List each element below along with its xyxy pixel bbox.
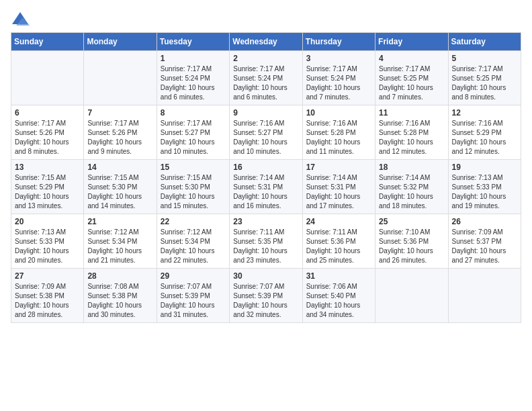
day-number: 12: [452, 108, 517, 118]
day-number: 1: [161, 54, 226, 63]
calendar-cell: 28Sunrise: 7:08 AM Sunset: 5:38 PM Dayli…: [84, 269, 157, 323]
day-number: 26: [452, 217, 517, 226]
day-info: Sunrise: 7:14 AM Sunset: 5:31 PM Dayligh…: [233, 173, 298, 211]
day-info: Sunrise: 7:17 AM Sunset: 5:26 PM Dayligh…: [15, 119, 80, 156]
day-number: 3: [306, 54, 371, 63]
calendar-cell: [375, 269, 448, 323]
calendar-cell: 25Sunrise: 7:10 AM Sunset: 5:36 PM Dayli…: [375, 214, 448, 269]
calendar-cell: 18Sunrise: 7:14 AM Sunset: 5:32 PM Dayli…: [375, 160, 448, 214]
calendar-cell: 6Sunrise: 7:17 AM Sunset: 5:26 PM Daylig…: [11, 105, 84, 160]
calendar-table: SundayMondayTuesdayWednesdayThursdayFrid…: [11, 32, 521, 323]
calendar-cell: 10Sunrise: 7:16 AM Sunset: 5:28 PM Dayli…: [302, 105, 375, 160]
day-info: Sunrise: 7:13 AM Sunset: 5:33 PM Dayligh…: [452, 173, 517, 211]
calendar-cell: 20Sunrise: 7:13 AM Sunset: 5:33 PM Dayli…: [11, 214, 84, 269]
day-info: Sunrise: 7:07 AM Sunset: 5:39 PM Dayligh…: [161, 282, 226, 320]
day-info: Sunrise: 7:16 AM Sunset: 5:28 PM Dayligh…: [306, 119, 371, 156]
day-number: 2: [233, 54, 298, 63]
day-number: 20: [15, 217, 80, 226]
calendar-cell: 31Sunrise: 7:06 AM Sunset: 5:40 PM Dayli…: [302, 269, 375, 323]
calendar-cell: 26Sunrise: 7:09 AM Sunset: 5:37 PM Dayli…: [448, 214, 521, 269]
calendar-cell: 11Sunrise: 7:16 AM Sunset: 5:28 PM Dayli…: [375, 105, 448, 160]
calendar-cell: 3Sunrise: 7:17 AM Sunset: 5:24 PM Daylig…: [302, 51, 375, 105]
day-number: 6: [15, 108, 80, 118]
weekday-header-sunday: Sunday: [11, 33, 84, 51]
day-number: 16: [233, 163, 298, 172]
page-header: [11, 11, 521, 27]
weekday-header-friday: Friday: [375, 33, 448, 51]
day-number: 18: [379, 163, 444, 172]
calendar-cell: 14Sunrise: 7:15 AM Sunset: 5:30 PM Dayli…: [84, 160, 157, 214]
calendar-cell: 13Sunrise: 7:15 AM Sunset: 5:29 PM Dayli…: [11, 160, 84, 214]
day-info: Sunrise: 7:16 AM Sunset: 5:29 PM Dayligh…: [452, 119, 517, 156]
day-info: Sunrise: 7:17 AM Sunset: 5:24 PM Dayligh…: [161, 64, 226, 102]
weekday-header-monday: Monday: [84, 33, 157, 51]
day-number: 30: [233, 271, 298, 281]
day-number: 10: [306, 108, 371, 118]
day-info: Sunrise: 7:12 AM Sunset: 5:34 PM Dayligh…: [87, 228, 152, 265]
day-number: 24: [306, 217, 371, 226]
day-number: 4: [379, 54, 444, 63]
weekday-header-wednesday: Wednesday: [230, 33, 302, 51]
day-info: Sunrise: 7:17 AM Sunset: 5:26 PM Dayligh…: [87, 119, 152, 156]
day-info: Sunrise: 7:13 AM Sunset: 5:33 PM Dayligh…: [15, 228, 80, 265]
calendar-cell: 9Sunrise: 7:16 AM Sunset: 5:27 PM Daylig…: [230, 105, 302, 160]
day-info: Sunrise: 7:16 AM Sunset: 5:27 PM Dayligh…: [233, 119, 298, 156]
weekday-header-tuesday: Tuesday: [157, 33, 229, 51]
day-info: Sunrise: 7:16 AM Sunset: 5:28 PM Dayligh…: [379, 119, 444, 156]
calendar-cell: 29Sunrise: 7:07 AM Sunset: 5:39 PM Dayli…: [157, 269, 229, 323]
day-info: Sunrise: 7:07 AM Sunset: 5:39 PM Dayligh…: [233, 282, 298, 320]
day-number: 29: [161, 271, 226, 281]
day-number: 21: [87, 217, 152, 226]
day-info: Sunrise: 7:17 AM Sunset: 5:27 PM Dayligh…: [161, 119, 226, 156]
calendar-cell: 7Sunrise: 7:17 AM Sunset: 5:26 PM Daylig…: [84, 105, 157, 160]
day-number: 5: [452, 54, 517, 63]
day-number: 31: [306, 271, 371, 281]
day-number: 17: [306, 163, 371, 172]
day-info: Sunrise: 7:14 AM Sunset: 5:31 PM Dayligh…: [306, 173, 371, 211]
day-info: Sunrise: 7:11 AM Sunset: 5:36 PM Dayligh…: [306, 228, 371, 265]
calendar-cell: 5Sunrise: 7:17 AM Sunset: 5:25 PM Daylig…: [448, 51, 521, 105]
day-info: Sunrise: 7:09 AM Sunset: 5:38 PM Dayligh…: [15, 282, 80, 320]
calendar-cell: 27Sunrise: 7:09 AM Sunset: 5:38 PM Dayli…: [11, 269, 84, 323]
day-info: Sunrise: 7:15 AM Sunset: 5:29 PM Dayligh…: [15, 173, 80, 211]
calendar-cell: [11, 51, 84, 105]
calendar-cell: 1Sunrise: 7:17 AM Sunset: 5:24 PM Daylig…: [157, 51, 229, 105]
day-number: 23: [233, 217, 298, 226]
day-info: Sunrise: 7:12 AM Sunset: 5:34 PM Dayligh…: [161, 228, 226, 265]
calendar-cell: 21Sunrise: 7:12 AM Sunset: 5:34 PM Dayli…: [84, 214, 157, 269]
calendar-cell: [84, 51, 157, 105]
day-info: Sunrise: 7:10 AM Sunset: 5:36 PM Dayligh…: [379, 228, 444, 265]
day-number: 8: [161, 108, 226, 118]
calendar-cell: 17Sunrise: 7:14 AM Sunset: 5:31 PM Dayli…: [302, 160, 375, 214]
day-info: Sunrise: 7:17 AM Sunset: 5:25 PM Dayligh…: [379, 64, 444, 102]
day-info: Sunrise: 7:17 AM Sunset: 5:25 PM Dayligh…: [452, 64, 517, 102]
weekday-header-saturday: Saturday: [448, 33, 521, 51]
day-info: Sunrise: 7:17 AM Sunset: 5:24 PM Dayligh…: [306, 64, 371, 102]
day-info: Sunrise: 7:17 AM Sunset: 5:24 PM Dayligh…: [233, 64, 298, 102]
day-number: 11: [379, 108, 444, 118]
calendar-cell: 16Sunrise: 7:14 AM Sunset: 5:31 PM Dayli…: [230, 160, 302, 214]
day-number: 19: [452, 163, 517, 172]
calendar-cell: 22Sunrise: 7:12 AM Sunset: 5:34 PM Dayli…: [157, 214, 229, 269]
calendar-cell: 2Sunrise: 7:17 AM Sunset: 5:24 PM Daylig…: [230, 51, 302, 105]
logo-icon: [11, 11, 30, 27]
day-info: Sunrise: 7:11 AM Sunset: 5:35 PM Dayligh…: [233, 228, 298, 265]
day-number: 14: [87, 163, 152, 172]
calendar-cell: [448, 269, 521, 323]
day-info: Sunrise: 7:06 AM Sunset: 5:40 PM Dayligh…: [306, 282, 371, 320]
day-number: 7: [87, 108, 152, 118]
calendar-cell: 19Sunrise: 7:13 AM Sunset: 5:33 PM Dayli…: [448, 160, 521, 214]
calendar-cell: 8Sunrise: 7:17 AM Sunset: 5:27 PM Daylig…: [157, 105, 229, 160]
day-number: 9: [233, 108, 298, 118]
weekday-header-thursday: Thursday: [302, 33, 375, 51]
calendar-cell: 24Sunrise: 7:11 AM Sunset: 5:36 PM Dayli…: [302, 214, 375, 269]
day-number: 27: [15, 271, 80, 281]
day-info: Sunrise: 7:09 AM Sunset: 5:37 PM Dayligh…: [452, 228, 517, 265]
day-number: 15: [161, 163, 226, 172]
logo: [11, 11, 32, 27]
calendar-cell: 12Sunrise: 7:16 AM Sunset: 5:29 PM Dayli…: [448, 105, 521, 160]
day-number: 28: [87, 271, 152, 281]
day-number: 22: [161, 217, 226, 226]
day-number: 13: [15, 163, 80, 172]
day-number: 25: [379, 217, 444, 226]
